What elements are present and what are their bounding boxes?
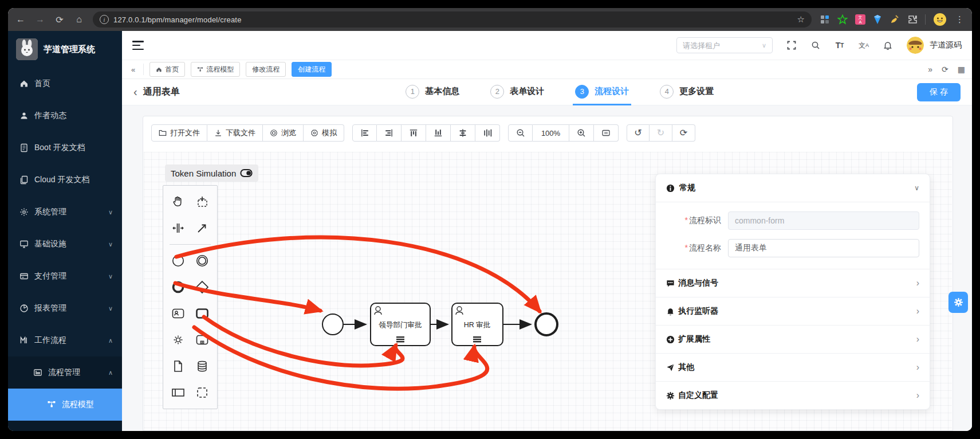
- sidebar-item-cloud-docs[interactable]: Cloud 开发文档: [8, 164, 122, 196]
- chevron-right-icon: ›: [916, 334, 919, 344]
- tags-refresh-icon[interactable]: ⟳: [942, 65, 948, 74]
- save-button[interactable]: 保 存: [917, 83, 961, 101]
- simulate-button[interactable]: 模拟: [304, 124, 344, 142]
- font-size-icon[interactable]: TT: [835, 40, 845, 50]
- settings-fab-button[interactable]: [948, 292, 968, 313]
- bookmark-star-icon[interactable]: ☆: [797, 14, 805, 25]
- align-center-icon: [458, 128, 467, 138]
- align-bottom-button[interactable]: [426, 124, 451, 142]
- panel-section-extended-props[interactable]: 扩展属性 ›: [656, 325, 930, 353]
- sidebar-item-infra[interactable]: 基础设施 ∨: [8, 228, 122, 260]
- sidebar-item-system[interactable]: 系统管理 ∨: [8, 196, 122, 228]
- tenant-select[interactable]: ∨: [676, 37, 773, 53]
- fit-viewport-icon: [601, 128, 611, 138]
- user-task-node-1[interactable]: 领导部门审批: [371, 303, 430, 346]
- step-form-design[interactable]: 2 表单设计: [488, 79, 546, 105]
- sidebar-item-author[interactable]: 作者动态: [8, 100, 122, 132]
- panel-section-listeners[interactable]: 执行监听器 ›: [656, 297, 930, 325]
- end-event-node[interactable]: [536, 313, 557, 335]
- align-center-button[interactable]: [451, 124, 475, 142]
- site-info-icon[interactable]: i: [100, 15, 109, 24]
- sidebar-item-report[interactable]: 报表管理 ∨: [8, 292, 122, 324]
- language-icon[interactable]: 文A: [859, 40, 869, 50]
- extension-translate-icon[interactable]: 文A: [855, 14, 865, 25]
- user-task-node-2[interactable]: HR 审批: [452, 303, 503, 346]
- fullscreen-icon[interactable]: [786, 40, 797, 50]
- restart-button[interactable]: ⟳: [672, 124, 695, 142]
- bell-icon: [666, 307, 675, 316]
- step-basic-info[interactable]: 1 基本信息: [403, 79, 462, 105]
- address-bar[interactable]: i 127.0.0.1/bpm/manager/model/create ☆: [93, 11, 812, 28]
- align-top-button[interactable]: [402, 124, 426, 142]
- collapse-menu-icon[interactable]: [132, 41, 144, 50]
- forward-icon[interactable]: →: [34, 14, 46, 25]
- align-bottom-icon: [434, 128, 443, 138]
- zoom-reset-button[interactable]: [594, 124, 619, 142]
- open-file-button[interactable]: 打开文件: [151, 124, 207, 142]
- tag-edit-process[interactable]: 修改流程: [246, 62, 286, 77]
- browser-menu-icon[interactable]: ⋮: [954, 14, 965, 25]
- extensions-puzzle-icon[interactable]: [907, 14, 918, 25]
- restart-icon: ⟳: [680, 128, 687, 138]
- chevron-up-icon: ∧: [108, 369, 113, 377]
- sidebar-item-process-form[interactable]: 流程表单: [8, 421, 122, 431]
- tenant-select-input[interactable]: [683, 41, 758, 50]
- home-icon[interactable]: ⌂: [73, 14, 85, 25]
- step-process-design[interactable]: 3 流程设计: [573, 79, 631, 105]
- step-more-settings[interactable]: 4 更多设置: [658, 79, 716, 105]
- align-left-button[interactable]: [352, 124, 377, 142]
- documents-copy-icon: [19, 175, 29, 185]
- sidebar-item-workflow[interactable]: 工作流程 ∧: [8, 324, 122, 356]
- tag-create-process[interactable]: 创建流程: [292, 62, 332, 77]
- sidebar-item-home[interactable]: 首页: [8, 68, 122, 100]
- username[interactable]: 芋道源码: [930, 40, 962, 50]
- extension-star-icon[interactable]: [837, 14, 848, 25]
- bpmn-canvas[interactable]: Token Simulation: [144, 152, 952, 430]
- zoom-level[interactable]: 100%: [533, 124, 569, 142]
- bell-icon[interactable]: [883, 40, 893, 50]
- tags-bar: « 首页 流程模型 修改流程 创建流程 » ⟳ ▦: [122, 60, 972, 79]
- monitor-icon: [19, 240, 29, 249]
- extension-gem-icon[interactable]: [873, 14, 882, 25]
- chevron-right-icon: ›: [916, 306, 919, 316]
- process-name-input[interactable]: [728, 239, 919, 257]
- download-file-button[interactable]: 下载文件: [207, 124, 263, 142]
- preview-icon: [270, 129, 278, 137]
- undo-button[interactable]: ↺: [627, 124, 650, 142]
- model-icon: [197, 66, 203, 73]
- panel-section-other[interactable]: 其他 ›: [656, 353, 930, 381]
- back-chevron-icon[interactable]: ‹: [133, 85, 137, 99]
- sidebar-item-process-model[interactable]: 流程模型: [8, 389, 122, 421]
- tags-scroll-left-icon[interactable]: «: [129, 65, 137, 74]
- distribute-button[interactable]: [475, 124, 500, 142]
- zoom-in-button[interactable]: [569, 124, 594, 142]
- panel-section-general[interactable]: 常规 ∨: [656, 174, 930, 202]
- start-event-node[interactable]: [322, 314, 343, 335]
- toolbar-separator: [925, 14, 926, 25]
- layout-grid-icon[interactable]: ▦: [958, 65, 965, 74]
- browser-toolbar: ← → ⟳ ⌂ i 127.0.0.1/bpm/manager/model/cr…: [8, 8, 972, 31]
- sidebar-item-boot-docs[interactable]: Boot 开发文档: [8, 132, 122, 164]
- align-right-button[interactable]: [377, 124, 402, 142]
- url-text[interactable]: 127.0.0.1/bpm/manager/model/create: [113, 15, 242, 24]
- panel-section-messages[interactable]: 消息与信号 ›: [656, 269, 930, 297]
- extension-broom-icon[interactable]: [890, 14, 900, 25]
- user-avatar[interactable]: [907, 37, 924, 54]
- profile-avatar[interactable]: [933, 13, 947, 26]
- preview-button[interactable]: 浏览: [263, 124, 304, 142]
- reload-icon[interactable]: ⟳: [54, 14, 65, 25]
- tag-process-model[interactable]: 流程模型: [191, 62, 240, 77]
- zoom-in-icon: [577, 128, 586, 138]
- panel-section-custom-config[interactable]: 自定义配置 ›: [656, 381, 930, 409]
- gear-icon: [954, 297, 963, 307]
- sidebar-item-pay[interactable]: 支付管理 ∨: [8, 260, 122, 292]
- sidebar-item-process-mgmt[interactable]: 流程管理 ∧: [8, 356, 122, 389]
- search-icon[interactable]: [810, 40, 821, 50]
- zoom-out-button[interactable]: [508, 124, 533, 142]
- process-key-input[interactable]: [728, 211, 919, 230]
- extension-grid-icon[interactable]: [820, 14, 830, 25]
- back-icon[interactable]: ←: [15, 14, 26, 25]
- tag-home[interactable]: 首页: [149, 62, 185, 77]
- redo-button[interactable]: ↻: [650, 124, 672, 142]
- tags-scroll-right-icon[interactable]: »: [928, 65, 932, 74]
